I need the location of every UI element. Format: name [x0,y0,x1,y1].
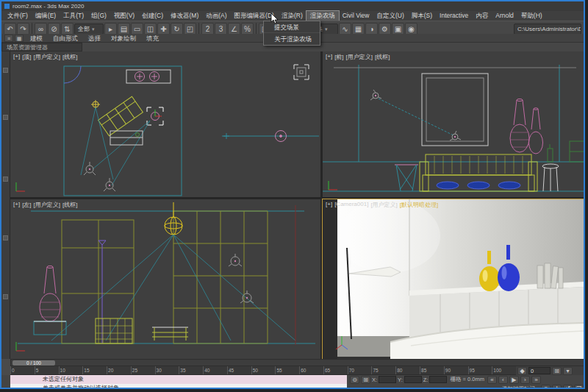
spotlights-front[interactable] [370,90,461,140]
bench-top[interactable] [110,131,143,145]
sofa-front-wireframe[interactable] [420,154,537,191]
strip-button[interactable] [3,177,8,182]
vases-wireframe[interactable] [510,99,543,154]
viewport-front-label[interactable]: [+] [前] [用户定义] [线框] [326,53,390,61]
viewport-top-label[interactable]: [+] [顶] [用户定义] [线框] [13,53,77,61]
x-coord-field[interactable] [379,376,396,383]
previous-frame-button[interactable]: ‹ [498,376,508,384]
viewport-top[interactable]: [+] [顶] [用户定义] [线框] [10,51,320,197]
menu-item[interactable]: 帮助(H) [517,11,546,21]
viewport-front[interactable]: [+] [前] [用户定义] [线框] [323,51,585,197]
viewport-camera[interactable]: [+] [Camera001] [用户定义] [默认明暗处理] [323,199,585,359]
teapots-top[interactable] [135,72,159,82]
ribbon-tab[interactable]: 自由形式 [48,34,83,43]
schematic-view-button[interactable]: ▦ [352,23,365,35]
scene-explorer-caption[interactable]: 场景资源管理器 [1,43,82,51]
viewport-view-name[interactable]: [Camera001] [334,201,368,209]
viewport-user-label[interactable]: [用户定义] [34,53,60,61]
strip-button[interactable] [3,115,8,120]
menu-item[interactable]: 工具(T) [60,11,87,21]
scene-explorer-collapsed-strip[interactable] [1,51,10,359]
ribbon-grid-icon[interactable]: ▦ [15,35,24,42]
zoom-icon[interactable]: ⊕ [541,385,551,389]
orbit-icon[interactable]: ↺ [563,385,573,389]
select-and-scale-button[interactable]: ◰ [184,23,196,35]
maximize-viewport-icon[interactable]: ❒ [574,385,584,389]
light-stand[interactable] [98,240,106,343]
menu-item[interactable]: Arnold [492,11,517,21]
percent-snap-toggle[interactable]: % [241,23,254,35]
track-bar[interactable]: 0510152025303540455055606570758085909510… [10,366,516,375]
stool-front[interactable] [542,164,559,191]
angle-snap-toggle[interactable]: ∠ [228,23,240,35]
selection-filter-dropdown[interactable]: 全部 ▾ [74,24,104,35]
strip-button[interactable] [3,68,8,73]
viewport-left[interactable]: [+] [左] [用户定义] [线框] [10,199,320,359]
selected-object-bracket[interactable] [147,107,163,125]
render-farm-menu-item[interactable]: 关于渲染农场 [264,33,320,45]
undo-button[interactable]: ↶ [4,23,16,35]
menu-item[interactable]: 内容 [472,11,492,21]
go-to-start-button[interactable]: « [487,376,497,384]
go-to-end-button[interactable]: » [531,376,541,384]
strip-button[interactable] [3,235,8,240]
title-bar[interactable]: room2.max - 3ds Max 2020 [1,1,584,11]
absolute-offset-toggle[interactable]: ⊞ [361,376,370,384]
wall-fans[interactable] [229,254,254,303]
viewport-user-label[interactable]: [用户定义] [34,201,60,209]
pan-icon[interactable]: ✛ [552,385,562,389]
time-slider[interactable]: 0 / 100 [10,359,585,366]
menu-item[interactable]: 文件(F) [4,11,32,21]
menu-item[interactable]: 脚本(S) [408,11,436,21]
table-top[interactable] [126,70,171,83]
project-path-field[interactable]: C:\Users\Administrator\Doc [514,24,581,35]
viewport-shading-label[interactable]: [线框] [62,53,77,61]
viewport-shading-label[interactable]: [默认明暗处理] [400,201,438,209]
render-setup-button[interactable]: ⚙ [379,23,391,35]
add-time-tag-label[interactable]: 添加时间标记 [502,385,535,390]
frame-number-field[interactable] [528,367,551,374]
bench-left[interactable] [152,327,188,341]
viewport-view-name[interactable]: [前] [334,53,343,61]
menu-item[interactable]: 自定义(U) [373,11,407,21]
menu-item[interactable]: 编辑(E) [32,11,60,21]
y-coord-field[interactable] [404,376,422,383]
menu-item[interactable]: 修改器(M) [167,11,202,21]
key-filters-button[interactable]: ⊞ [552,367,562,375]
shelving-wireframe[interactable] [173,211,268,343]
menu-item[interactable]: 组(G) [87,11,110,21]
floor-lamp-top[interactable] [84,162,115,191]
vase-left-wireframe[interactable] [40,266,60,322]
window-frame[interactable] [422,74,488,146]
chevron-down-icon[interactable]: ▾ [563,367,573,375]
snap-2d-toggle[interactable]: 2 [201,23,214,35]
render-production-button[interactable]: ◉ [405,23,417,35]
ribbon-tab[interactable]: 选择 [83,34,106,43]
menu-item[interactable]: Civil View [339,11,373,21]
menu-item[interactable]: 视图(V) [110,11,138,21]
bottle-front[interactable] [548,144,553,162]
viewport-menu-plus[interactable]: [+] [13,201,20,209]
selection-lock-toggle[interactable]: ⊝ [350,376,359,384]
next-frame-button[interactable]: › [520,376,530,384]
ribbon-tab[interactable]: 建模 [25,34,48,43]
viewport-menu-plus[interactable]: [+] [326,201,332,209]
ribbon-menu-icon[interactable]: ≡ [4,35,13,42]
viewport-shading-label[interactable]: [线框] [375,53,390,61]
select-and-rotate-button[interactable]: ↻ [171,23,183,35]
pedestal-box[interactable] [34,321,66,335]
material-editor-button[interactable]: ◑ [365,23,378,35]
menu-item[interactable]: 渲染(R) [278,11,306,21]
curve-editor-button[interactable]: ∿ [339,23,351,35]
viewport-view-name[interactable]: [顶] [22,53,31,61]
viewport-view-name[interactable]: [左] [22,201,31,209]
selected-light-gizmo[interactable] [294,65,309,79]
menu-item[interactable]: 动画(A) [202,11,230,21]
menu-item[interactable]: Interactive [436,11,472,21]
cart-wireframe[interactable] [96,318,132,343]
viewport-left-label[interactable]: [+] [左] [用户定义] [线框] [13,201,77,209]
rendered-frame-window-button[interactable]: ▣ [392,23,404,35]
sofa-top-wireframe[interactable] [98,96,143,135]
viewport-menu-plus[interactable]: [+] [326,53,332,61]
viewport-user-label[interactable]: [用户定义] [346,53,373,61]
